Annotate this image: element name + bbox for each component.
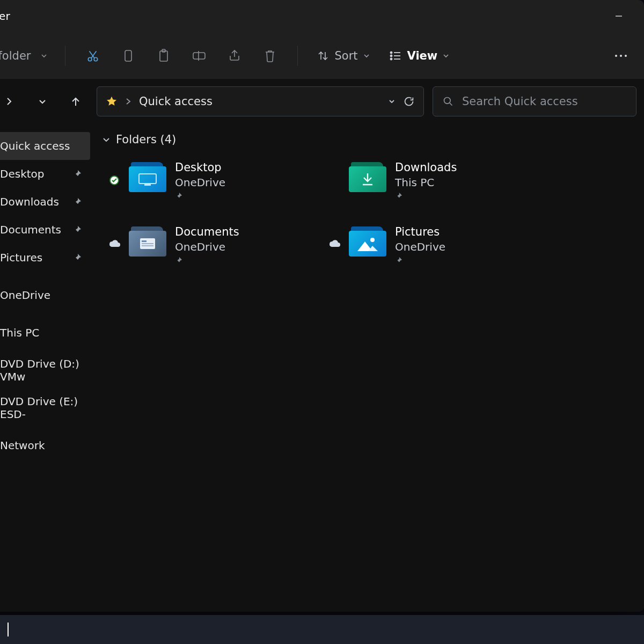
pin-icon — [73, 197, 82, 206]
item-location: OneDrive — [395, 240, 445, 253]
sidebar-item-network[interactable]: Network — [0, 431, 90, 459]
item-location: This PC — [395, 176, 457, 189]
address-bar[interactable]: Quick access — [97, 86, 424, 116]
chevron-down-icon — [102, 135, 111, 144]
breadcrumb-location[interactable]: Quick access — [139, 95, 213, 108]
folder-icon — [129, 162, 167, 193]
quick-access-star-icon — [106, 96, 118, 107]
chevron-right-icon — [125, 98, 131, 105]
sidebar-item-downloads[interactable]: Downloads — [0, 188, 90, 216]
item-location: OneDrive — [175, 176, 225, 189]
search-icon — [443, 96, 453, 107]
pin-icon — [73, 225, 82, 234]
address-dropdown-button[interactable] — [388, 98, 396, 105]
text-cursor-icon — [8, 623, 9, 636]
svg-rect-5 — [193, 53, 205, 59]
svg-point-0 — [89, 57, 92, 61]
svg-point-1 — [94, 57, 98, 61]
folder-item-documents[interactable]: Documents OneDrive — [107, 224, 311, 270]
group-header-folders[interactable]: Folders (4) — [102, 133, 632, 146]
refresh-button[interactable] — [403, 96, 415, 107]
sync-cloud-icon — [327, 224, 341, 248]
folder-item-desktop[interactable]: Desktop OneDrive — [107, 160, 311, 206]
view-button[interactable]: View — [382, 43, 457, 69]
svg-rect-19 — [142, 243, 153, 244]
sidebar-item-dvd-e[interactable]: DVD Drive (E:) ESD- — [0, 394, 90, 422]
delete-button[interactable] — [254, 43, 286, 69]
item-name: Documents — [175, 225, 239, 238]
pin-icon — [175, 191, 225, 200]
item-name: Pictures — [395, 225, 445, 238]
search-box[interactable] — [433, 86, 636, 116]
svg-point-7 — [390, 55, 392, 56]
sync-cloud-icon — [107, 224, 121, 248]
navigation-sidebar: Quick access Desktop Downloads Documents… — [0, 123, 90, 612]
taskbar[interactable] — [0, 615, 644, 644]
pin-icon — [395, 255, 445, 264]
pin-icon — [175, 255, 239, 264]
folder-icon — [349, 226, 387, 258]
pin-icon — [395, 191, 457, 200]
more-button[interactable] — [605, 43, 636, 69]
chevron-down-icon — [40, 52, 48, 60]
item-name: Desktop — [175, 161, 225, 174]
svg-point-21 — [370, 238, 375, 242]
svg-rect-20 — [142, 245, 153, 246]
item-location: OneDrive — [175, 240, 239, 253]
svg-rect-15 — [139, 174, 156, 184]
copy-button[interactable] — [113, 43, 144, 69]
svg-rect-16 — [144, 184, 151, 186]
svg-rect-2 — [125, 50, 131, 61]
paste-button[interactable] — [148, 43, 179, 69]
pin-icon — [73, 170, 82, 178]
folder-icon — [349, 162, 387, 193]
folder-icon — [129, 226, 167, 258]
recent-locations-button[interactable] — [30, 89, 55, 114]
search-input[interactable] — [462, 95, 626, 108]
share-button[interactable] — [219, 43, 250, 69]
sort-button[interactable]: Sort — [310, 43, 377, 69]
separator — [65, 46, 65, 66]
pin-icon — [73, 253, 82, 262]
svg-point-6 — [390, 52, 392, 53]
minimize-button[interactable] — [603, 5, 634, 27]
svg-point-10 — [620, 55, 622, 57]
separator — [297, 46, 298, 66]
sync-ok-icon — [107, 160, 121, 186]
command-bar: New folder — [0, 32, 644, 79]
file-explorer-window: xplorer New folder — [0, 0, 644, 612]
sidebar-item-documents[interactable]: Documents — [0, 216, 90, 244]
svg-point-12 — [444, 98, 451, 104]
item-name: Downloads — [395, 161, 457, 174]
svg-point-11 — [625, 55, 627, 57]
chevron-down-icon — [443, 53, 449, 59]
sidebar-item-quick-access[interactable]: Quick access — [0, 132, 90, 160]
up-button[interactable] — [63, 89, 88, 114]
sidebar-item-dvd-d[interactable]: DVD Drive (D:) VMw — [0, 356, 90, 384]
sort-icon — [317, 50, 329, 62]
folder-item-pictures[interactable]: Pictures OneDrive — [327, 224, 531, 270]
sidebar-item-desktop[interactable]: Desktop — [0, 160, 90, 188]
navigation-bar: Quick access — [0, 79, 644, 123]
sidebar-item-onedrive[interactable]: OneDrive — [0, 281, 90, 309]
chevron-down-icon — [363, 53, 370, 59]
svg-rect-18 — [142, 240, 147, 242]
forward-button[interactable] — [0, 89, 21, 114]
new-folder-button[interactable]: New folder — [0, 49, 53, 62]
svg-point-8 — [390, 58, 392, 60]
desktop-background: xplorer New folder — [0, 0, 644, 644]
folder-item-downloads[interactable]: Downloads This PC — [327, 160, 531, 206]
window-title: xplorer — [0, 10, 10, 23]
rename-button[interactable] — [184, 43, 215, 69]
view-icon — [389, 50, 402, 61]
cut-button[interactable] — [77, 43, 108, 69]
content-pane[interactable]: Folders (4) — [90, 123, 644, 612]
title-bar[interactable]: xplorer — [0, 0, 644, 32]
sidebar-item-this-pc[interactable]: This PC — [0, 319, 90, 347]
svg-point-9 — [615, 55, 617, 57]
sidebar-item-pictures[interactable]: Pictures — [0, 244, 90, 272]
svg-rect-3 — [160, 51, 167, 61]
